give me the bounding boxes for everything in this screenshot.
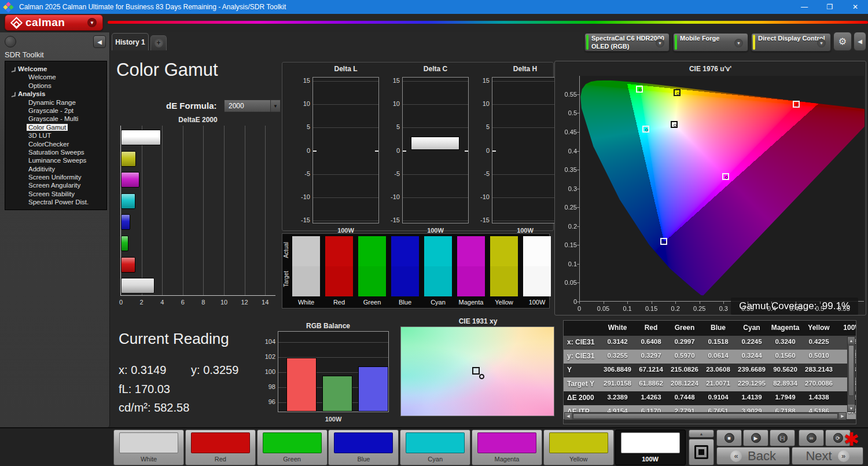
gridline: [142, 126, 142, 295]
sidebar-item-options[interactable]: Options: [5, 82, 106, 90]
de-formula-value: 2000: [229, 102, 244, 110]
sidebar-item-screen-uniformity[interactable]: Screen Uniformity: [5, 173, 106, 181]
y-tick-label: 0.05: [560, 279, 577, 286]
meter-stop-button[interactable]: ■: [716, 430, 742, 446]
patch-button-magenta[interactable]: Magenta: [472, 430, 542, 465]
tab-history-1[interactable]: History 1: [112, 33, 149, 50]
y-tick-label: 0: [560, 298, 577, 305]
patch-button-100w[interactable]: 100W: [615, 430, 686, 465]
scroll-up-arrow-icon[interactable]: ▲: [848, 337, 855, 344]
sidebar-item-screen-angularity[interactable]: Screen Angularity: [5, 181, 106, 189]
chart-title: Delta C: [402, 65, 469, 73]
sidebar-item-label: Analysis: [18, 90, 45, 97]
gamut-point-cyan: [642, 126, 649, 133]
scroll-thumb[interactable]: [848, 345, 854, 396]
scroll-left-arrow-icon[interactable]: ◀: [565, 413, 572, 420]
add-tab-button[interactable]: +: [150, 35, 167, 50]
patch-button-red[interactable]: Red: [185, 430, 256, 465]
patch-label: Cyan: [400, 456, 470, 463]
sidebar-item-grayscale-multi[interactable]: Grayscale - Multi: [5, 115, 106, 123]
sidebar-item-saturation-sweeps[interactable]: Saturation Sweeps: [5, 148, 106, 156]
horizontal-scrollbar[interactable]: ◀▶: [564, 412, 847, 420]
patch-label: Yellow: [544, 456, 613, 463]
restore-button[interactable]: ❐: [817, 0, 843, 14]
sidebar-collapse-button[interactable]: ◀: [93, 35, 106, 48]
vertical-scrollbar[interactable]: ▲▼: [847, 336, 855, 412]
sidebar-item-grayscale-2pt[interactable]: Grayscale - 2pt: [5, 107, 106, 115]
patch-button-green[interactable]: Green: [257, 430, 328, 465]
x-tick-label: 10: [219, 299, 229, 306]
sidebar-item-spectral-power-dist-[interactable]: Spectral Power Dist.: [5, 198, 106, 206]
meter-play-button[interactable]: ▶: [743, 430, 768, 446]
table-row-target-y: Target Y291.015861.8862208.122421.007122…: [564, 377, 856, 391]
scroll-thumb[interactable]: [573, 413, 838, 419]
sidebar-item-colorchecker[interactable]: ColorChecker: [5, 140, 106, 148]
de-formula-dropdown[interactable]: 2000 ▼: [224, 100, 281, 112]
sidebar-item-welcome[interactable]: Welcome: [5, 73, 106, 81]
sidebar-pin-button[interactable]: [5, 36, 16, 47]
meter-single-read-button[interactable]: [–]: [770, 430, 795, 446]
patch-button-white[interactable]: White: [113, 430, 184, 465]
scroll-down-arrow-icon[interactable]: ▼: [848, 405, 855, 412]
pattern-window-button[interactable]: [689, 439, 714, 465]
sidebar-item-welcome[interactable]: Welcome: [5, 65, 106, 73]
row-label: ΔE 2000: [567, 394, 601, 402]
column-header-yellow: Yellow: [802, 324, 836, 332]
source-dropdown[interactable]: Mobile Forge ▼: [673, 33, 748, 52]
plot-area: [492, 77, 558, 223]
next-button[interactable]: Next »: [792, 447, 863, 465]
x-tick-label: 0.3: [715, 305, 731, 312]
y-tick-label: 0: [475, 147, 490, 154]
y-tick-label: 0.1: [560, 260, 577, 267]
y-tick: [577, 245, 579, 245]
gridline: [203, 126, 204, 295]
cell: 0.3297: [634, 352, 668, 359]
scroll-right-arrow-icon[interactable]: ▶: [839, 413, 846, 420]
gridline: [313, 197, 378, 198]
column-header-cyan: Cyan: [735, 324, 768, 332]
delta-e-bar-yellow: [121, 151, 136, 167]
cell: 1.4139: [735, 394, 768, 401]
calman-menu-button[interactable]: calman ▼: [5, 14, 103, 31]
sidebar-item-label: Welcome: [28, 74, 56, 80]
delta-l-chart: Delta L151050-5-10-15100W: [297, 65, 384, 221]
sidebar-item-additivity[interactable]: Additivity: [5, 165, 106, 173]
sidebar-item-label: Dynamic Range: [28, 99, 76, 106]
expand-up-button[interactable]: ▲: [689, 430, 714, 438]
sidebar-item-color-gamut[interactable]: Color Gamut: [5, 123, 106, 131]
sidebar-item-luminance-sweeps[interactable]: Luminance Sweeps: [5, 156, 106, 164]
meter-mode: OLED (RGB): [591, 43, 629, 50]
sidebar-item-analysis[interactable]: Analysis: [5, 90, 106, 98]
sidebar-item-screen-stability[interactable]: Screen Stability: [5, 190, 106, 198]
settings-button[interactable]: ⚙: [833, 32, 852, 51]
patch-button-yellow[interactable]: Yellow: [543, 430, 614, 465]
chevron-down-icon: ▼: [270, 100, 280, 112]
y-tick-label: -5: [295, 170, 310, 177]
reading-fl: fL: 170.03: [119, 383, 170, 396]
patch-button-blue[interactable]: Blue: [328, 430, 399, 465]
meter-dropdown[interactable]: SpectraCal C6 HDR2000 OLED (RGB) ▼: [584, 33, 670, 52]
swatch-target: [424, 266, 452, 296]
infinity-icon: ∞: [807, 433, 816, 443]
gamut-point-red: [793, 101, 800, 108]
meter-loop-button[interactable]: ∞: [799, 430, 824, 446]
sidebar-item-3d-lut[interactable]: 3D LUT: [5, 131, 106, 140]
display-control-dropdown[interactable]: Direct Display Control ▼: [751, 33, 831, 52]
swatch-actual: [292, 236, 320, 266]
sidebar-item-dynamic-range[interactable]: Dynamic Range: [5, 98, 106, 107]
back-button[interactable]: « Back: [716, 447, 790, 465]
sidebar-item-label: Screen Angularity: [28, 182, 80, 189]
close-button[interactable]: ✕: [843, 0, 868, 14]
patch-button-cyan[interactable]: Cyan: [400, 430, 470, 465]
gridline: [403, 127, 468, 128]
gridline: [313, 221, 378, 221]
panel-collapse-button[interactable]: ◀: [854, 32, 866, 51]
gridline: [313, 104, 378, 105]
swatch-name: Green: [358, 299, 386, 306]
minimize-button[interactable]: —: [792, 0, 817, 14]
y-tick-label: 0: [295, 147, 310, 154]
y-tick-label: 102: [262, 353, 275, 360]
y-tick: [577, 151, 579, 152]
swatch-actual: [391, 236, 419, 266]
zero-tick: [403, 151, 406, 152]
